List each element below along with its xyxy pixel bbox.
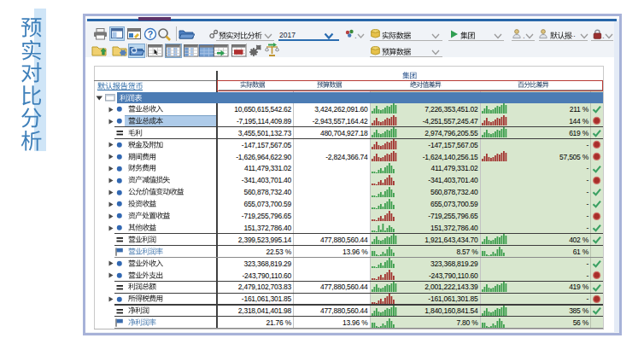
svg-text:?: ? <box>148 29 153 39</box>
